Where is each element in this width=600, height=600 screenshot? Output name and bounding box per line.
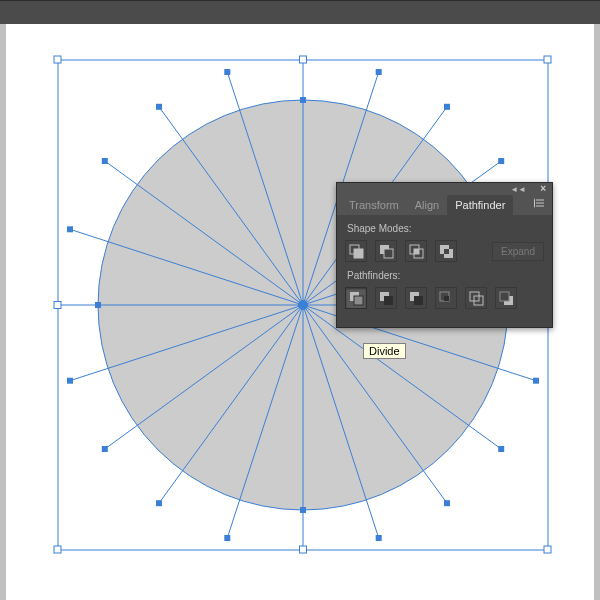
svg-rect-63 — [444, 296, 449, 301]
svg-rect-16 — [376, 69, 382, 75]
minus-back-button[interactable] — [495, 287, 517, 309]
panel-topbar[interactable]: ◄◄ × — [337, 183, 552, 193]
svg-rect-17 — [224, 535, 230, 541]
svg-rect-35 — [54, 56, 61, 63]
app-chrome-bar — [0, 0, 600, 24]
tab-pathfinder[interactable]: Pathfinder — [447, 195, 513, 215]
pathfinders-row — [345, 287, 544, 309]
shape-modes-label: Shape Modes: — [347, 223, 544, 234]
intersect-button[interactable] — [405, 240, 427, 262]
svg-rect-14 — [224, 69, 230, 75]
svg-rect-30 — [300, 97, 306, 103]
svg-rect-48 — [354, 249, 363, 258]
trim-button[interactable] — [375, 287, 397, 309]
svg-marker-46 — [534, 198, 535, 208]
svg-point-34 — [298, 300, 308, 310]
svg-rect-25 — [102, 446, 108, 452]
svg-rect-22 — [102, 158, 108, 164]
svg-rect-31 — [300, 507, 306, 513]
tab-align[interactable]: Align — [407, 195, 447, 215]
svg-rect-26 — [67, 226, 73, 232]
svg-rect-18 — [156, 104, 162, 110]
divide-button[interactable] — [345, 287, 367, 309]
svg-rect-50 — [384, 249, 393, 258]
outline-button[interactable] — [465, 287, 487, 309]
svg-rect-15 — [376, 535, 382, 541]
svg-rect-56 — [444, 249, 449, 254]
svg-rect-58 — [354, 296, 363, 305]
svg-rect-29 — [67, 378, 73, 384]
svg-rect-38 — [54, 302, 61, 309]
panel-tabs: Transform Align Pathfinder — [337, 193, 552, 215]
tab-transform[interactable]: Transform — [341, 195, 407, 215]
expand-button: Expand — [492, 242, 544, 261]
svg-rect-41 — [300, 546, 307, 553]
panel-body: Shape Modes: Expand Pathfinders: — [337, 215, 552, 327]
pathfinders-label: Pathfinders: — [347, 270, 544, 281]
svg-rect-59 — [384, 296, 393, 305]
merge-button[interactable] — [405, 287, 427, 309]
exclude-button[interactable] — [435, 240, 457, 262]
tooltip: Divide — [363, 343, 406, 359]
panel-menu-icon[interactable] — [534, 197, 546, 209]
svg-rect-36 — [300, 56, 307, 63]
svg-rect-20 — [444, 104, 450, 110]
shape-modes-row: Expand — [345, 240, 544, 262]
svg-rect-24 — [498, 158, 504, 164]
svg-rect-40 — [54, 546, 61, 553]
svg-rect-23 — [498, 446, 504, 452]
svg-rect-27 — [533, 378, 539, 384]
svg-rect-37 — [544, 56, 551, 63]
svg-rect-19 — [444, 500, 450, 506]
svg-rect-32 — [95, 302, 101, 308]
svg-rect-42 — [544, 546, 551, 553]
pathfinder-panel[interactable]: ◄◄ × Transform Align Pathfinder Shape Mo… — [336, 182, 553, 328]
crop-button[interactable] — [435, 287, 457, 309]
svg-rect-53 — [414, 249, 419, 254]
unite-button[interactable] — [345, 240, 367, 262]
minus-front-button[interactable] — [375, 240, 397, 262]
svg-rect-61 — [414, 296, 423, 305]
svg-rect-21 — [156, 500, 162, 506]
